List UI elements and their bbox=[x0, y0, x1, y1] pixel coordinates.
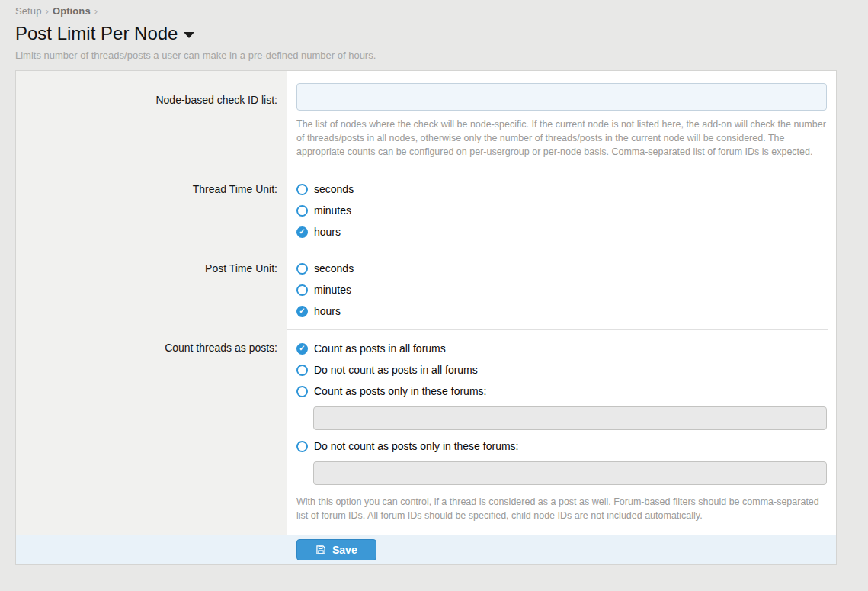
post-time-unit-label: Post Time Unit: bbox=[16, 250, 287, 329]
radio-icon[interactable] bbox=[296, 365, 308, 376]
radio-option-post-hours[interactable]: hours bbox=[296, 305, 827, 317]
breadcrumb-separator: › bbox=[45, 5, 48, 17]
thread-time-unit-control: seconds minutes hours bbox=[287, 171, 836, 250]
breadcrumb-separator: › bbox=[94, 5, 98, 17]
radio-option-label[interactable]: seconds bbox=[314, 183, 354, 195]
thread-time-unit-label: Thread Time Unit: bbox=[16, 171, 287, 250]
save-bar: Save bbox=[16, 535, 836, 564]
radio-icon[interactable] bbox=[296, 284, 308, 296]
node-list-label: Node-based check ID list: bbox=[16, 71, 287, 171]
radio-icon[interactable] bbox=[296, 263, 308, 275]
page-subtitle: Limits number of threads/posts a user ca… bbox=[15, 50, 853, 61]
count-threads-explanation: With this option you can control, if a t… bbox=[296, 495, 827, 522]
radio-option-thread-hours[interactable]: hours bbox=[296, 226, 827, 238]
radio-checked-icon[interactable] bbox=[296, 306, 308, 317]
options-panel: Node-based check ID list: The list of no… bbox=[15, 70, 837, 565]
not-count-only-forums-input[interactable] bbox=[313, 461, 827, 485]
radio-option-thread-minutes[interactable]: minutes bbox=[296, 204, 827, 217]
radio-option-label[interactable]: Count as posts in all forums bbox=[314, 342, 446, 355]
radio-option-label[interactable]: seconds bbox=[314, 262, 354, 275]
page-title[interactable]: Post Limit Per Node bbox=[15, 23, 194, 44]
node-list-explanation: The list of nodes where the check will b… bbox=[296, 117, 827, 159]
page-title-text: Post Limit Per Node bbox=[15, 23, 178, 44]
radio-icon[interactable] bbox=[296, 184, 308, 195]
radio-option-post-minutes[interactable]: minutes bbox=[296, 284, 827, 296]
breadcrumb: Setup›Options› bbox=[15, 5, 853, 17]
radio-option-label[interactable]: hours bbox=[314, 226, 341, 238]
save-icon bbox=[315, 544, 326, 555]
radio-option-count-all[interactable]: Count as posts in all forums bbox=[296, 342, 827, 355]
radio-icon[interactable] bbox=[296, 441, 308, 452]
options-form: Node-based check ID list: The list of no… bbox=[16, 71, 836, 535]
radio-option-not-count-all[interactable]: Do not count as posts in all forums bbox=[296, 364, 827, 376]
post-time-unit-control: seconds minutes hours bbox=[287, 250, 836, 329]
radio-option-label[interactable]: hours bbox=[314, 305, 341, 317]
radio-option-label[interactable]: Do not count as posts only in these foru… bbox=[314, 440, 518, 452]
radio-option-label[interactable]: minutes bbox=[314, 284, 351, 296]
count-threads-label: Count threads as posts: bbox=[16, 329, 287, 535]
radio-option-post-seconds[interactable]: seconds bbox=[296, 262, 827, 275]
radio-option-thread-seconds[interactable]: seconds bbox=[296, 183, 827, 195]
count-only-forums-input[interactable] bbox=[313, 406, 827, 430]
count-threads-control: Count as posts in all forums Do not coun… bbox=[287, 329, 828, 535]
radio-option-count-only[interactable]: Count as posts only in these forums: bbox=[296, 385, 827, 397]
radio-option-label[interactable]: Do not count as posts in all forums bbox=[314, 364, 478, 376]
radio-icon[interactable] bbox=[296, 205, 308, 217]
radio-option-not-count-only[interactable]: Do not count as posts only in these foru… bbox=[296, 440, 827, 452]
node-list-input[interactable] bbox=[296, 83, 827, 111]
save-button-label: Save bbox=[332, 544, 357, 556]
node-list-control: The list of nodes where the check will b… bbox=[287, 71, 836, 171]
chevron-down-icon bbox=[184, 32, 194, 38]
page-header: Setup›Options› Post Limit Per Node Limit… bbox=[0, 0, 868, 61]
radio-checked-icon[interactable] bbox=[296, 226, 308, 238]
save-button[interactable]: Save bbox=[296, 539, 376, 560]
radio-icon[interactable] bbox=[296, 386, 308, 397]
radio-option-label[interactable]: Count as posts only in these forums: bbox=[314, 385, 486, 397]
breadcrumb-options[interactable]: Options bbox=[53, 5, 91, 17]
breadcrumb-setup[interactable]: Setup bbox=[15, 5, 41, 17]
radio-option-label[interactable]: minutes bbox=[314, 204, 351, 217]
radio-checked-icon[interactable] bbox=[296, 343, 308, 355]
